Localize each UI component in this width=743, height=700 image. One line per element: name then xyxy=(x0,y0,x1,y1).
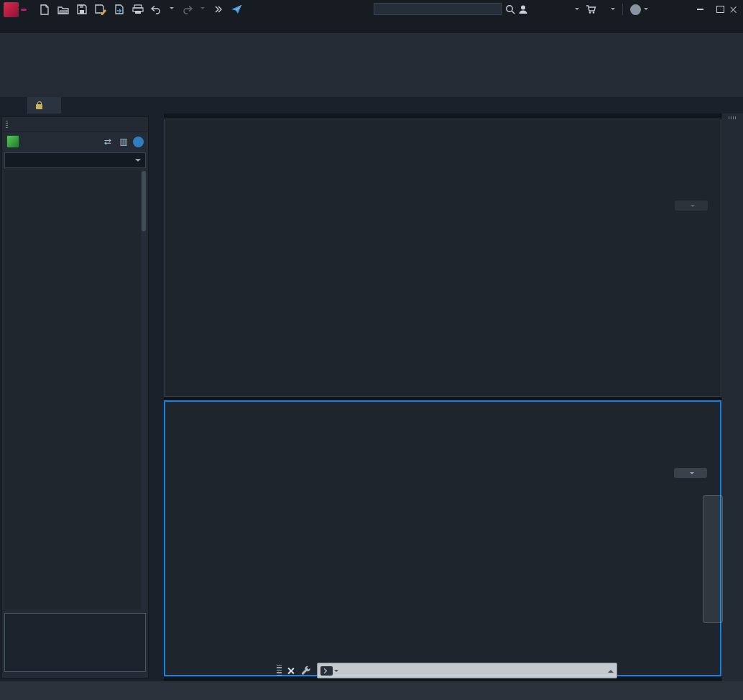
command-history-expand-icon[interactable] xyxy=(608,667,614,673)
app-store-cart-icon[interactable] xyxy=(583,2,598,17)
share-plane-icon xyxy=(230,4,242,16)
command-line xyxy=(277,663,617,678)
toolspace-help-icon[interactable] xyxy=(133,137,144,147)
toolspace-palette: ⇄ ▥ xyxy=(0,114,164,681)
wcs-selector-bottom[interactable] xyxy=(674,468,707,478)
command-line-close-icon[interactable] xyxy=(287,667,295,675)
view-selector-combobox[interactable] xyxy=(4,152,146,168)
readonly-lock-icon xyxy=(36,104,42,109)
command-input[interactable] xyxy=(343,665,608,676)
layout-tab-bar xyxy=(0,681,10,700)
item-preview-pane xyxy=(4,613,146,672)
redo-icon[interactable] xyxy=(181,4,193,16)
file-tab-bar xyxy=(0,97,743,114)
close-button[interactable] xyxy=(723,0,743,19)
new-file-icon[interactable] xyxy=(38,4,50,16)
navigation-bar xyxy=(703,495,723,623)
autodesk-dropdown-icon[interactable] xyxy=(611,8,615,12)
quick-access-toolbar xyxy=(38,4,224,16)
side-toolbar-grip[interactable] xyxy=(729,116,737,119)
undo-dropdown-icon[interactable] xyxy=(169,4,175,16)
wcs-selector-top[interactable] xyxy=(675,201,708,211)
new-drawing-tab-button[interactable] xyxy=(61,97,75,114)
help-dropdown-icon[interactable] xyxy=(644,8,648,12)
viewport-bottom-active[interactable] xyxy=(164,400,721,676)
tree-scrollbar-thumb[interactable] xyxy=(142,171,146,231)
file-tab-start[interactable] xyxy=(7,97,29,114)
search-icon[interactable] xyxy=(503,2,517,17)
c3d-badge xyxy=(21,9,27,11)
palette-grip[interactable] xyxy=(6,121,8,129)
toolspace-toolbar: ⇄ ▥ xyxy=(2,132,148,151)
application-window: ⇄ ▥ xyxy=(0,0,743,700)
autocad-logo-icon[interactable] xyxy=(4,2,19,17)
ribbon-tab-bar xyxy=(0,19,743,33)
recent-commands-dropdown-icon[interactable] xyxy=(334,670,338,674)
help-search-input[interactable] xyxy=(374,3,502,15)
status-bar xyxy=(0,681,743,700)
qat-more-icon[interactable] xyxy=(212,4,224,16)
ribbon xyxy=(0,33,743,97)
signin-dropdown-icon[interactable] xyxy=(575,8,579,12)
help-search xyxy=(374,3,502,15)
viewport-top[interactable] xyxy=(164,119,721,397)
command-prompt-icon[interactable] xyxy=(320,666,333,676)
command-line-grip[interactable] xyxy=(277,665,282,676)
data-shortcut-transfer-icon[interactable]: ⇄ xyxy=(101,136,114,147)
prospector-tree xyxy=(4,170,141,609)
redo-dropdown-icon[interactable] xyxy=(200,4,206,16)
undo-icon[interactable] xyxy=(150,4,162,16)
file-tab-document[interactable] xyxy=(27,97,61,114)
open-file-icon[interactable] xyxy=(57,4,69,16)
toolspace-title-bar[interactable] xyxy=(2,117,148,132)
save-as-icon[interactable] xyxy=(94,4,106,16)
help-icon[interactable] xyxy=(628,2,642,17)
toolspace-main: ⇄ ▥ xyxy=(1,116,149,678)
titlebar-separator xyxy=(622,4,623,15)
minimize-button[interactable] xyxy=(690,0,710,19)
share-button[interactable] xyxy=(230,4,245,16)
command-line-customize-icon[interactable] xyxy=(301,666,311,676)
command-input-field xyxy=(317,663,617,678)
viewcube-bottom[interactable] xyxy=(661,407,716,461)
title-bar xyxy=(0,0,743,19)
plot-icon[interactable] xyxy=(131,4,144,16)
tree-scrollbar[interactable] xyxy=(142,170,146,609)
active-drawing-icon xyxy=(6,135,19,148)
side-toolbar xyxy=(721,114,743,681)
save-icon[interactable] xyxy=(75,4,88,16)
superelevation-view-drawing xyxy=(165,119,721,396)
plan-view-drawing xyxy=(165,402,720,675)
panorama-icon[interactable]: ▥ xyxy=(117,136,130,147)
transmit-icon[interactable] xyxy=(113,4,125,16)
chevron-down-icon xyxy=(135,159,141,165)
user-icon[interactable] xyxy=(516,2,530,17)
viewcube-top[interactable] xyxy=(662,139,716,193)
